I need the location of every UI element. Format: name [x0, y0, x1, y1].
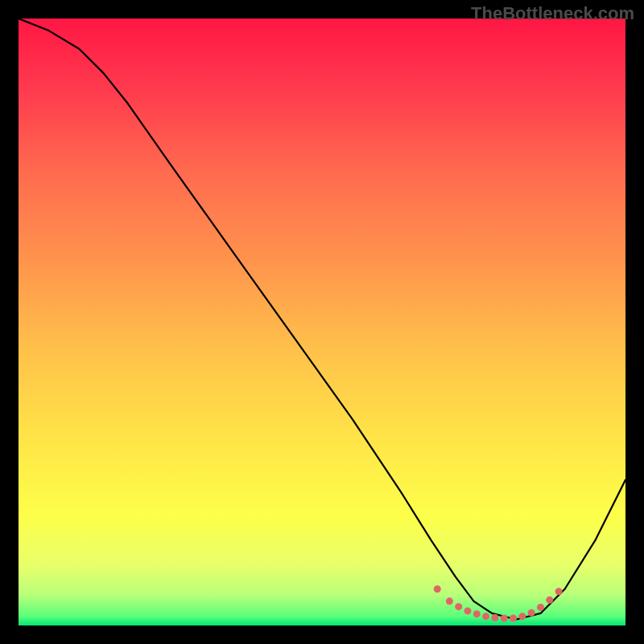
optimal-marker: [491, 614, 498, 621]
optimal-marker: [546, 597, 553, 604]
optimal-marker: [482, 613, 489, 620]
bottleneck-curve-chart: [19, 19, 625, 625]
optimal-marker: [518, 613, 526, 620]
optimal-marker: [473, 610, 481, 617]
optimal-marker: [464, 607, 471, 614]
optimal-marker: [501, 614, 508, 621]
optimal-marker: [528, 609, 535, 617]
optimal-marker: [446, 597, 453, 605]
chart-container: [19, 19, 625, 625]
chart-background: [19, 19, 625, 625]
optimal-marker: [455, 603, 462, 610]
optimal-marker: [537, 604, 544, 611]
optimal-marker: [555, 588, 563, 595]
optimal-marker: [434, 585, 441, 592]
optimal-marker: [510, 614, 517, 621]
watermark-text: TheBottleneck.com: [471, 3, 634, 24]
